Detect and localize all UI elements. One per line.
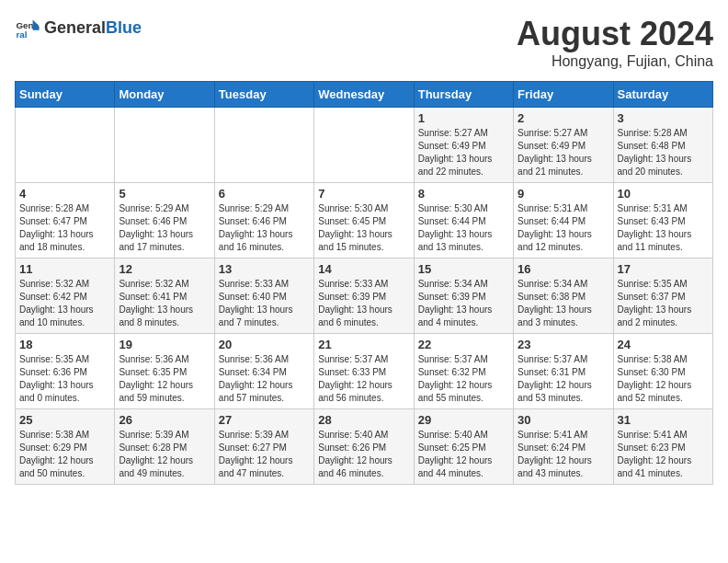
day-cell: 25Sunrise: 5:38 AMSunset: 6:29 PMDayligh… — [16, 409, 115, 485]
col-friday: Friday — [514, 82, 613, 108]
day-cell: 12Sunrise: 5:32 AMSunset: 6:41 PMDayligh… — [115, 259, 214, 334]
day-info: Sunrise: 5:40 AMSunset: 6:26 PMDaylight:… — [318, 429, 409, 480]
day-cell — [214, 108, 313, 183]
day-cell: 5Sunrise: 5:29 AMSunset: 6:46 PMDaylight… — [115, 183, 214, 259]
day-cell: 13Sunrise: 5:33 AMSunset: 6:40 PMDayligh… — [214, 259, 313, 334]
day-cell: 6Sunrise: 5:29 AMSunset: 6:46 PMDaylight… — [214, 183, 313, 259]
page-header: Gene ral GeneralBlue August 2024 Hongyan… — [15, 15, 713, 70]
day-info: Sunrise: 5:28 AMSunset: 6:48 PMDaylight:… — [618, 127, 709, 178]
col-tuesday: Tuesday — [214, 82, 313, 108]
day-info: Sunrise: 5:41 AMSunset: 6:23 PMDaylight:… — [618, 429, 709, 480]
day-info: Sunrise: 5:35 AMSunset: 6:37 PMDaylight:… — [618, 278, 709, 329]
day-info: Sunrise: 5:41 AMSunset: 6:24 PMDaylight:… — [518, 429, 609, 480]
day-number: 3 — [618, 111, 709, 125]
day-cell: 7Sunrise: 5:30 AMSunset: 6:45 PMDaylight… — [314, 183, 414, 259]
day-number: 31 — [618, 413, 709, 427]
day-info: Sunrise: 5:30 AMSunset: 6:45 PMDaylight:… — [318, 202, 409, 254]
day-cell: 4Sunrise: 5:28 AMSunset: 6:47 PMDaylight… — [16, 183, 115, 259]
day-info: Sunrise: 5:36 AMSunset: 6:35 PMDaylight:… — [119, 353, 210, 405]
month-year: August 2024 — [517, 15, 713, 53]
day-number: 10 — [618, 187, 709, 201]
day-cell: 14Sunrise: 5:33 AMSunset: 6:39 PMDayligh… — [314, 259, 414, 334]
week-row-1: 1Sunrise: 5:27 AMSunset: 6:49 PMDaylight… — [16, 108, 713, 183]
day-info: Sunrise: 5:33 AMSunset: 6:40 PMDaylight:… — [219, 278, 310, 329]
logo-blue: Blue — [106, 18, 142, 37]
day-cell: 30Sunrise: 5:41 AMSunset: 6:24 PMDayligh… — [514, 409, 613, 485]
week-row-5: 25Sunrise: 5:38 AMSunset: 6:29 PMDayligh… — [16, 409, 713, 485]
day-number: 24 — [618, 338, 709, 351]
day-info: Sunrise: 5:35 AMSunset: 6:36 PMDaylight:… — [19, 353, 110, 405]
day-cell: 20Sunrise: 5:36 AMSunset: 6:34 PMDayligh… — [214, 334, 313, 409]
day-number: 22 — [418, 338, 509, 351]
day-cell: 28Sunrise: 5:40 AMSunset: 6:26 PMDayligh… — [314, 409, 414, 485]
day-info: Sunrise: 5:37 AMSunset: 6:31 PMDaylight:… — [518, 353, 609, 405]
day-number: 26 — [119, 413, 210, 427]
day-number: 9 — [518, 187, 609, 201]
svg-rect-3 — [33, 27, 40, 30]
col-thursday: Thursday — [414, 82, 513, 108]
day-number: 25 — [19, 413, 110, 427]
day-info: Sunrise: 5:39 AMSunset: 6:27 PMDaylight:… — [219, 429, 310, 480]
day-number: 6 — [219, 187, 310, 201]
day-info: Sunrise: 5:31 AMSunset: 6:44 PMDaylight:… — [518, 202, 609, 254]
calendar-header-row: Sunday Monday Tuesday Wednesday Thursday… — [16, 82, 713, 108]
day-cell: 2Sunrise: 5:27 AMSunset: 6:49 PMDaylight… — [514, 108, 613, 183]
col-monday: Monday — [115, 82, 214, 108]
day-cell — [16, 108, 115, 183]
day-number: 30 — [518, 413, 609, 427]
location: Hongyang, Fujian, China — [517, 53, 713, 70]
day-info: Sunrise: 5:40 AMSunset: 6:25 PMDaylight:… — [418, 429, 509, 480]
day-info: Sunrise: 5:39 AMSunset: 6:28 PMDaylight:… — [119, 429, 210, 480]
title-block: August 2024 Hongyang, Fujian, China — [517, 15, 713, 70]
day-info: Sunrise: 5:28 AMSunset: 6:47 PMDaylight:… — [19, 202, 110, 254]
day-info: Sunrise: 5:27 AMSunset: 6:49 PMDaylight:… — [518, 127, 609, 178]
day-number: 13 — [219, 262, 310, 276]
day-cell: 18Sunrise: 5:35 AMSunset: 6:36 PMDayligh… — [16, 334, 115, 409]
day-number: 5 — [119, 187, 210, 201]
day-info: Sunrise: 5:34 AMSunset: 6:39 PMDaylight:… — [418, 278, 509, 329]
day-cell: 9Sunrise: 5:31 AMSunset: 6:44 PMDaylight… — [514, 183, 613, 259]
day-cell: 27Sunrise: 5:39 AMSunset: 6:27 PMDayligh… — [214, 409, 313, 485]
day-number: 2 — [518, 111, 609, 125]
day-cell: 11Sunrise: 5:32 AMSunset: 6:42 PMDayligh… — [16, 259, 115, 334]
day-info: Sunrise: 5:36 AMSunset: 6:34 PMDaylight:… — [219, 353, 310, 405]
day-info: Sunrise: 5:33 AMSunset: 6:39 PMDaylight:… — [318, 278, 409, 329]
day-info: Sunrise: 5:29 AMSunset: 6:46 PMDaylight:… — [119, 202, 210, 254]
week-row-2: 4Sunrise: 5:28 AMSunset: 6:47 PMDaylight… — [16, 183, 713, 259]
day-cell: 3Sunrise: 5:28 AMSunset: 6:48 PMDaylight… — [613, 108, 712, 183]
day-cell — [314, 108, 414, 183]
day-cell: 29Sunrise: 5:40 AMSunset: 6:25 PMDayligh… — [414, 409, 513, 485]
day-number: 27 — [219, 413, 310, 427]
day-cell: 16Sunrise: 5:34 AMSunset: 6:38 PMDayligh… — [514, 259, 613, 334]
col-saturday: Saturday — [613, 82, 712, 108]
day-number: 4 — [19, 187, 110, 201]
day-cell: 15Sunrise: 5:34 AMSunset: 6:39 PMDayligh… — [414, 259, 513, 334]
day-number: 15 — [418, 262, 509, 276]
logo: Gene ral GeneralBlue — [15, 15, 142, 40]
day-cell: 24Sunrise: 5:38 AMSunset: 6:30 PMDayligh… — [613, 334, 712, 409]
day-cell — [115, 108, 214, 183]
day-info: Sunrise: 5:32 AMSunset: 6:42 PMDaylight:… — [19, 278, 110, 329]
day-cell: 26Sunrise: 5:39 AMSunset: 6:28 PMDayligh… — [115, 409, 214, 485]
day-number: 7 — [318, 187, 409, 201]
day-cell: 23Sunrise: 5:37 AMSunset: 6:31 PMDayligh… — [514, 334, 613, 409]
day-number: 21 — [318, 338, 409, 351]
day-cell: 21Sunrise: 5:37 AMSunset: 6:33 PMDayligh… — [314, 334, 414, 409]
day-info: Sunrise: 5:38 AMSunset: 6:29 PMDaylight:… — [19, 429, 110, 480]
day-number: 17 — [618, 262, 709, 276]
day-info: Sunrise: 5:30 AMSunset: 6:44 PMDaylight:… — [418, 202, 509, 254]
calendar-table: Sunday Monday Tuesday Wednesday Thursday… — [15, 81, 713, 485]
day-number: 12 — [119, 262, 210, 276]
day-cell: 22Sunrise: 5:37 AMSunset: 6:32 PMDayligh… — [414, 334, 513, 409]
day-number: 20 — [219, 338, 310, 351]
day-info: Sunrise: 5:37 AMSunset: 6:32 PMDaylight:… — [418, 353, 509, 405]
day-info: Sunrise: 5:27 AMSunset: 6:49 PMDaylight:… — [418, 127, 509, 178]
day-cell: 19Sunrise: 5:36 AMSunset: 6:35 PMDayligh… — [115, 334, 214, 409]
day-number: 19 — [119, 338, 210, 351]
day-cell: 10Sunrise: 5:31 AMSunset: 6:43 PMDayligh… — [613, 183, 712, 259]
col-sunday: Sunday — [16, 82, 115, 108]
day-info: Sunrise: 5:31 AMSunset: 6:43 PMDaylight:… — [618, 202, 709, 254]
week-row-4: 18Sunrise: 5:35 AMSunset: 6:36 PMDayligh… — [16, 334, 713, 409]
logo-icon: Gene ral — [15, 15, 40, 40]
day-number: 29 — [418, 413, 509, 427]
